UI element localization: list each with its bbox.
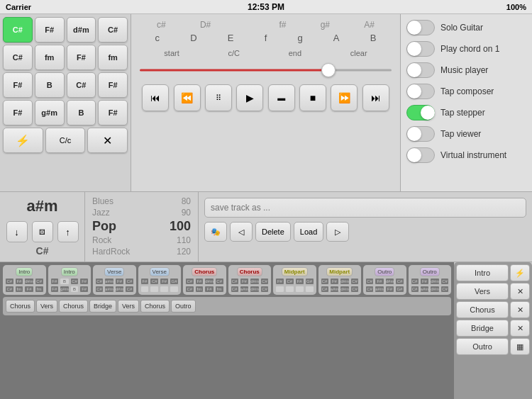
- track-block-3: VerseF#C#F#G#: [138, 265, 182, 295]
- mini-grid-2: C#a#mF#C#C#a#md#mC#: [95, 278, 134, 293]
- toggle-label-3: Tap composer: [440, 86, 494, 96]
- section-icon-btn-1[interactable]: ✕: [510, 283, 530, 300]
- chord-down-button[interactable]: ↓: [6, 221, 28, 242]
- mini-cell-1-4: F#: [50, 286, 60, 293]
- tempo-label-3: Rock: [92, 235, 111, 245]
- chord-btn-3-2[interactable]: B: [67, 100, 96, 125]
- seq-chip-3[interactable]: Bridge: [89, 300, 116, 313]
- toggle-2[interactable]: [406, 62, 435, 78]
- section-btn-3[interactable]: Bridge: [456, 320, 509, 337]
- mini-cell-6-6: [295, 286, 304, 293]
- section-btn-2[interactable]: Chorus: [456, 301, 509, 318]
- chord-btn-2-2[interactable]: C#: [67, 72, 96, 98]
- cc-control[interactable]: c/C: [228, 49, 240, 57]
- slider-thumb[interactable]: [321, 63, 336, 77]
- end-control[interactable]: end: [289, 49, 301, 57]
- clear-control[interactable]: clear: [350, 49, 367, 57]
- mini-cell-9-1: F#: [420, 278, 430, 285]
- section-icon-btn-3[interactable]: ✕: [510, 320, 530, 337]
- mini-cell-5-4: C#: [231, 286, 239, 293]
- skip-back-button[interactable]: ⏮: [142, 84, 169, 111]
- pause-button[interactable]: ▬: [268, 84, 295, 111]
- chord-btn-0-1[interactable]: F#: [35, 17, 65, 43]
- playback-slider[interactable]: [140, 63, 392, 77]
- track-type-4[interactable]: Chorus: [192, 267, 217, 276]
- seq-chip-5[interactable]: Chorus: [140, 300, 170, 313]
- mini-cell-2-1: a#m: [104, 278, 114, 285]
- prev-track-button[interactable]: ◁: [230, 222, 253, 242]
- track-type-8[interactable]: Outro: [375, 267, 394, 276]
- toggle-row-3: Tap composer: [406, 84, 526, 99]
- track-type-5[interactable]: Chorus: [237, 267, 262, 276]
- mini-cell-0-1: F#: [15, 278, 24, 285]
- next-track-button[interactable]: ▷: [326, 222, 349, 242]
- track-type-7[interactable]: Midpart: [326, 267, 353, 276]
- chord-btn-0-3[interactable]: C#: [98, 17, 128, 43]
- stop-button[interactable]: ■: [299, 84, 326, 111]
- track-type-9[interactable]: Outro: [420, 267, 440, 276]
- chord-btn-0-0[interactable]: C#: [3, 17, 33, 43]
- delete-button[interactable]: Delete: [255, 222, 291, 242]
- section-icon-btn-4[interactable]: ▦: [510, 338, 530, 355]
- toggle-label-1: Play chord on 1: [440, 44, 499, 54]
- chord-btn-2-0[interactable]: F#: [3, 72, 33, 98]
- action-buttons: ⚡ C/c ✕: [3, 128, 128, 153]
- chord-btn-2-3[interactable]: F#: [98, 72, 128, 98]
- chord-btn-1-2[interactable]: F#: [67, 45, 96, 70]
- start-control[interactable]: start: [164, 49, 179, 57]
- toggle-0[interactable]: [406, 20, 435, 35]
- toggle-1[interactable]: [406, 41, 435, 57]
- seq-chip-1[interactable]: Vers: [36, 300, 57, 313]
- track-type-0[interactable]: Intro: [16, 267, 33, 276]
- clear-button[interactable]: ✕: [87, 128, 128, 153]
- chord-btn-3-1[interactable]: g#m: [35, 100, 65, 125]
- mini-cell-5-3: C#: [260, 278, 269, 285]
- chord-btn-1-0[interactable]: C#: [3, 45, 33, 70]
- track-type-6[interactable]: Midpart: [282, 267, 308, 276]
- mini-cell-6-3: G#: [305, 278, 314, 285]
- tempo-row-0: Blues80: [92, 196, 191, 206]
- chord-btn-1-3[interactable]: fm: [98, 45, 128, 70]
- seq-chip-0[interactable]: Chorus: [6, 300, 35, 313]
- chord-random-button[interactable]: ⚄: [32, 221, 53, 242]
- cc-button[interactable]: C/c: [45, 128, 86, 153]
- chord-key-display: C#: [36, 245, 49, 257]
- mask-button[interactable]: 🎭: [204, 222, 227, 242]
- track-type-2[interactable]: Verse: [104, 267, 124, 276]
- mini-cell-7-5: a#m: [330, 286, 340, 293]
- tempo-row-2: Pop100: [92, 219, 191, 234]
- seq-chip-6[interactable]: Outro: [171, 300, 196, 313]
- section-icon-btn-0[interactable]: ⚡: [510, 264, 530, 281]
- track-type-3[interactable]: Verse: [150, 267, 170, 276]
- toggle-6[interactable]: [406, 147, 435, 163]
- load-button[interactable]: Load: [294, 222, 323, 242]
- section-icon-btn-2[interactable]: ✕: [510, 301, 530, 318]
- toggle-label-6: Virtual instrument: [440, 150, 506, 160]
- skip-forward-button[interactable]: ⏭: [362, 84, 389, 111]
- section-btn-1[interactable]: Vers: [456, 283, 509, 300]
- mini-cell-4-7: fm: [215, 286, 224, 293]
- fast-forward-button[interactable]: ⏩: [331, 84, 358, 111]
- seq-chip-2[interactable]: Chorus: [59, 300, 88, 313]
- toggle-5[interactable]: [406, 126, 435, 142]
- toggle-3[interactable]: [406, 84, 435, 99]
- mini-cell-8-0: C#: [365, 278, 374, 285]
- toggle-4[interactable]: [406, 105, 435, 120]
- save-track-input[interactable]: [204, 198, 526, 218]
- track-type-1[interactable]: Intro: [61, 267, 78, 276]
- chord-btn-0-2[interactable]: d#m: [67, 17, 96, 43]
- seq-chip-4[interactable]: Vers: [118, 300, 139, 313]
- mini-cell-8-6: F#: [385, 286, 395, 293]
- play-button[interactable]: ▶: [236, 84, 263, 111]
- rewind-button[interactable]: ⏪: [174, 84, 201, 111]
- chord-up-button[interactable]: ↑: [57, 221, 79, 242]
- chord-btn-2-1[interactable]: B: [35, 72, 65, 98]
- mini-cell-4-2: d#m: [204, 278, 214, 285]
- chord-btn-3-0[interactable]: F#: [3, 100, 33, 125]
- chord-btn-3-3[interactable]: F#: [98, 100, 128, 125]
- lightning-button[interactable]: ⚡: [3, 128, 43, 153]
- section-btn-4[interactable]: Outro: [456, 338, 509, 355]
- section-btn-0[interactable]: Intro: [456, 264, 509, 281]
- chord-btn-1-1[interactable]: fm: [35, 45, 65, 70]
- step-button[interactable]: ⠿: [205, 84, 232, 111]
